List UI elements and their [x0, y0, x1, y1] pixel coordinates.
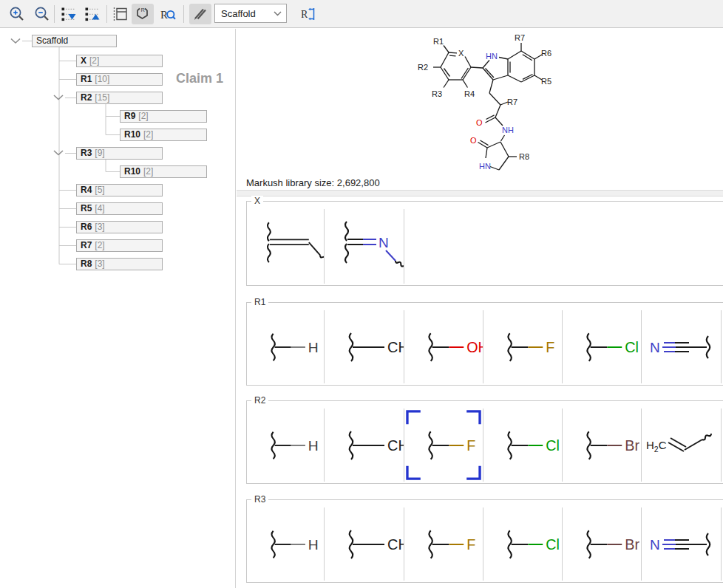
tree-node-r7[interactable]: R7[2]: [76, 239, 163, 252]
rgroup-box-r3: R3HCH3FClBrN: [246, 499, 723, 583]
fragment-cell-r2-6[interactable]: H2C: [642, 408, 722, 482]
atom-label: H: [308, 438, 319, 454]
tree-chevron-r3[interactable]: [54, 151, 63, 155]
tree-chevron-r2[interactable]: [54, 95, 63, 100]
fragment-structure: H: [248, 310, 324, 383]
fragment-cell-r1-2[interactable]: CH3: [325, 310, 404, 383]
tree-node-count: [5]: [95, 185, 104, 195]
scaffold-structure: R1 X R2 R3 R4 R7 R6 R5 HN R7 O NH O HN R…: [237, 29, 723, 190]
tree-node-r9[interactable]: R9[2]: [120, 110, 207, 123]
scaffold-r5-label: R5: [541, 77, 551, 86]
scaffold-r7-chain-label: R7: [507, 98, 517, 106]
chevron-down-icon: [268, 11, 286, 16]
tree-node-r10[interactable]: R10[2]: [120, 129, 207, 141]
fragment-cell-r1-4[interactable]: F: [483, 310, 563, 383]
tree-node-label: R2: [81, 92, 92, 103]
expand-all-button[interactable]: [58, 4, 80, 24]
tree-node-label: R6: [81, 222, 92, 232]
toolbar-separator: [106, 5, 107, 23]
svg-text:R: R: [141, 7, 146, 13]
scaffold-r1-label: R1: [433, 37, 444, 46]
atom-label: CH3: [387, 339, 404, 358]
scaffold-r4-label: R4: [464, 89, 475, 98]
toolbar-separator: [183, 5, 184, 23]
nitrogen-label: N: [650, 340, 660, 355]
svg-text:R: R: [301, 9, 308, 20]
tree-node-count: [2]: [89, 55, 99, 66]
tree-node-label: R1: [81, 74, 92, 84]
fragment-cell-r2-2[interactable]: CH3: [325, 408, 404, 482]
atom-label: Cl: [546, 437, 560, 454]
tree-chevron-scaffold[interactable]: [11, 39, 20, 44]
group-label: X: [251, 196, 263, 206]
tree-expand-icon: [60, 5, 78, 23]
tree-node-r4[interactable]: R4[5]: [76, 184, 163, 196]
tree-node-scaffold[interactable]: Scaffold: [32, 35, 117, 47]
fragment-cell-r3-6[interactable]: N: [642, 507, 722, 581]
scaffold-r6-label: R6: [541, 49, 551, 58]
scaffold-dropdown-value: Scaffold: [215, 8, 268, 19]
tree-node-r5[interactable]: R5[4]: [76, 202, 163, 215]
tree-node-label: R8: [81, 259, 92, 269]
tree-node-count: [2]: [138, 111, 148, 121]
r-group-ring-button[interactable]: R: [132, 4, 154, 24]
fragment-cell-r1-3[interactable]: OH: [404, 310, 483, 383]
fragment-cell-x-2[interactable]: N: [325, 209, 404, 284]
fragment-cell-r3-1[interactable]: H: [248, 507, 325, 581]
fragment-cell-r3-5[interactable]: Br: [563, 507, 642, 581]
edit-disabled-button[interactable]: [189, 4, 211, 24]
tree-node-r2[interactable]: R2[15]: [76, 92, 163, 104]
r-table-button[interactable]: R: [297, 4, 319, 24]
tree-node-r6[interactable]: R6[3]: [76, 221, 163, 233]
fragment-cell-r2-4[interactable]: Cl: [483, 408, 563, 482]
fragment-cell-r2-3[interactable]: F: [404, 408, 483, 482]
fragment-cell-r3-4[interactable]: Cl: [483, 507, 563, 581]
toolbar-separator: [54, 5, 55, 23]
tree-collapse-icon: [84, 5, 101, 23]
fragment-cell-r3-3[interactable]: F: [404, 507, 483, 581]
horizontal-splitter[interactable]: [237, 190, 723, 196]
tree-node-r10[interactable]: R10[2]: [120, 165, 207, 178]
fragment-cell-r2-1[interactable]: H: [248, 408, 325, 482]
tree-node-r3[interactable]: R3[9]: [76, 147, 163, 160]
scaffold-r8-label: R8: [519, 152, 529, 161]
tree-node-count: [4]: [95, 203, 104, 213]
scaffold-r2-label: R2: [418, 63, 428, 72]
rgroup-tree-panel: ScaffoldX[2]R1[10]R2[15]R9[2]R10[2]R3[9]…: [0, 29, 236, 588]
tree-node-label: R5: [81, 203, 92, 213]
scaffold-amide-nh-label: NH: [502, 126, 514, 134]
fragment-cell-x-1[interactable]: [248, 209, 325, 284]
zoom-out-button[interactable]: [31, 4, 53, 24]
tree-node-r1[interactable]: R1[10]: [76, 73, 163, 86]
fragment-structure: [248, 209, 324, 284]
scaffold-dropdown[interactable]: Scaffold: [214, 4, 287, 23]
claim-label: Claim 1: [176, 71, 223, 86]
fragment-cell-r3-2[interactable]: CH3: [325, 507, 404, 581]
r-group-query-button[interactable]: R: [157, 4, 179, 24]
fragment-structure: H: [248, 408, 324, 482]
atom-label: H: [308, 340, 319, 355]
fragment-structure: Cl: [483, 507, 562, 581]
rgroup-box-x: XN: [246, 201, 723, 286]
collapse-all-button[interactable]: [81, 4, 103, 24]
fragment-structure: Br: [563, 408, 641, 482]
h2c-label: H2C: [646, 439, 667, 454]
atom-label: F: [466, 536, 475, 553]
atom-label: Cl: [625, 339, 639, 355]
fragment-cell-r1-5[interactable]: Cl: [563, 310, 642, 383]
fragment-cell-r1-1[interactable]: H: [248, 310, 325, 383]
fragment-structure: N: [642, 507, 721, 581]
scaffold-amide-o-label: O: [476, 118, 483, 127]
atom-label: F: [546, 339, 554, 355]
tree-node-count: [15]: [95, 92, 109, 103]
tree-node-x[interactable]: X[2]: [76, 55, 163, 67]
tree-node-label: R10: [124, 166, 140, 177]
zoom-in-button[interactable]: [6, 4, 28, 24]
fragment-cell-r1-6[interactable]: N: [642, 310, 722, 383]
tree-node-r8[interactable]: R8[3]: [76, 258, 163, 270]
fragment-structure: CH3: [325, 507, 404, 581]
tree-node-count: [2]: [95, 240, 104, 250]
fragment-structure: OH: [404, 310, 483, 383]
fragment-cell-r2-5[interactable]: Br: [563, 408, 642, 482]
panel-layout-button[interactable]: [109, 4, 132, 24]
